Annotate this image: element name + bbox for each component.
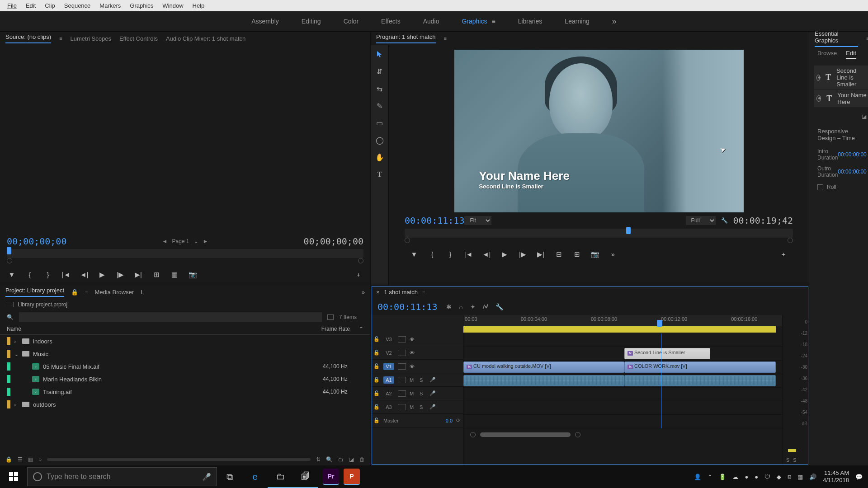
search-icon[interactable]: 🔍 [7, 314, 14, 320]
project-search-input[interactable] [19, 312, 322, 322]
security-icon[interactable]: 🛡 [764, 474, 770, 480]
mic-icon[interactable]: 🎤 [202, 473, 211, 481]
add-marker-tl-icon[interactable]: ✦ [470, 303, 476, 310]
menu-edit[interactable]: Edit [22, 1, 39, 10]
new-bin-icon[interactable]: 🗀 [338, 456, 344, 463]
track-eye-icon[interactable]: 👁 [410, 337, 418, 342]
export-frame-icon[interactable]: 📷 [188, 270, 198, 280]
record-icon[interactable]: 🎤 [429, 377, 436, 383]
p-overflow-icon[interactable]: » [608, 249, 618, 259]
program-monitor-frame[interactable]: Your Name Here Second Line is Smaller [454, 50, 744, 212]
ws-audio[interactable]: Audio [423, 18, 439, 25]
tab-sequence[interactable]: 1 shot match [384, 289, 418, 296]
track-header-a2[interactable]: 🔓A2MS🎤 [371, 387, 463, 400]
track-a2[interactable] [463, 388, 782, 401]
column-name[interactable]: Name [7, 326, 309, 332]
timeline-zoom-scroller[interactable] [480, 432, 571, 437]
track-target-icon[interactable] [398, 404, 406, 410]
p-extract-icon[interactable]: ⊞ [572, 249, 582, 259]
tray-chevron-icon[interactable]: ⌃ [708, 474, 712, 480]
track-label[interactable]: V2 [383, 349, 394, 357]
seq-close-icon[interactable]: × [376, 289, 380, 296]
source-zoom-handle-right[interactable] [358, 258, 363, 263]
step-back-icon[interactable]: ◄| [79, 270, 89, 280]
dropbox-icon[interactable]: ⧈ [788, 473, 791, 480]
tray-app-4-icon[interactable]: ▦ [797, 474, 803, 480]
project-row[interactable]: ›indoors [0, 335, 370, 347]
task-view-icon[interactable]: ⧉ [217, 465, 242, 488]
track-a1[interactable] [463, 374, 782, 388]
tray-app-1-icon[interactable]: ● [745, 474, 748, 480]
timeline-ruler[interactable]: :00:00 00:00:04:00 00:00:08:00 00:00:12:… [463, 315, 782, 326]
page-label[interactable]: Page 1 [172, 238, 189, 244]
track-lock-icon[interactable]: 🔓 [373, 363, 380, 369]
track-eye-icon[interactable]: 👁 [410, 350, 418, 356]
clip-audio-2[interactable] [624, 375, 776, 386]
taskbar-clock[interactable]: 11:45 AM 4/11/2018 [823, 469, 849, 483]
filter-bin-icon[interactable] [327, 314, 334, 320]
column-sort-icon[interactable]: ⌃ [359, 326, 363, 332]
intro-duration-value[interactable]: 00:00:00:00 [838, 151, 866, 158]
p-goto-out-icon[interactable]: ▶| [536, 249, 546, 259]
source-scrubber[interactable] [7, 249, 363, 258]
mark-in-icon[interactable]: { [25, 270, 35, 280]
step-fwd-icon[interactable]: |▶ [115, 270, 125, 280]
timeline-tab-menu-icon[interactable]: ≡ [422, 289, 425, 295]
add-button-icon[interactable]: + [354, 270, 363, 280]
menu-sequence[interactable]: Sequence [61, 1, 94, 10]
meter-solo-right[interactable]: S [793, 457, 796, 463]
selection-tool-icon[interactable] [374, 49, 385, 60]
loop-icon[interactable]: ⟳ [456, 418, 460, 423]
source-tab-menu-icon[interactable]: ≡ [59, 36, 62, 41]
track-v3[interactable] [463, 333, 782, 347]
track-target-icon[interactable] [398, 377, 406, 383]
goto-out-icon[interactable]: ▶| [133, 270, 143, 280]
new-item-icon[interactable]: ◪ [349, 456, 354, 463]
solo-icon[interactable]: S [420, 404, 426, 410]
tl-zoom-in-icon[interactable] [575, 432, 580, 437]
mark-out-icon[interactable]: } [43, 270, 53, 280]
rectangle-tool-icon[interactable]: ▭ [374, 117, 385, 128]
tab-source[interactable]: Source: (no clips) [5, 33, 51, 43]
record-icon[interactable]: 🎤 [429, 390, 436, 396]
ws-assembly[interactable]: Assembly [251, 18, 279, 25]
explorer-icon[interactable]: 🗀 [268, 465, 293, 488]
type-tool-icon[interactable]: T [374, 169, 385, 180]
tab-project[interactable]: Project: Library project [5, 287, 64, 297]
visibility-eye-icon[interactable] [816, 95, 821, 102]
p-mark-out-icon[interactable]: } [445, 249, 455, 259]
find-icon[interactable]: 🔍 [326, 456, 333, 463]
project-row[interactable]: ♪Marin Headlands Bikin44,100 Hz [0, 373, 370, 385]
track-lock-icon[interactable]: 🔓 [373, 336, 380, 342]
volume-icon[interactable]: 🔊 [809, 474, 816, 480]
start-button[interactable] [0, 465, 27, 488]
p-step-back-icon[interactable]: ◄| [481, 249, 491, 259]
track-header-v1[interactable]: 🔓V1👁 [371, 360, 463, 373]
visibility-eye-icon[interactable] [816, 75, 820, 81]
p-add-marker-icon[interactable]: ▼ [409, 249, 419, 259]
source-timecode-left[interactable]: 00;00;00;00 [7, 236, 66, 247]
project-row[interactable]: ›outdoors [0, 398, 370, 411]
app-icon-1[interactable]: 🗐 [293, 465, 318, 488]
premiere-icon[interactable]: Pr [323, 469, 339, 485]
disclosure-chevron-icon[interactable]: ⌄ [14, 351, 19, 357]
track-lock-icon[interactable]: 🔓 [373, 390, 380, 396]
ws-overflow-icon[interactable]: » [612, 17, 617, 26]
roll-checkbox[interactable] [817, 184, 823, 190]
p-export-frame-icon[interactable]: 📷 [590, 249, 600, 259]
tl-zoom-out-icon[interactable] [470, 432, 476, 437]
track-header-a3[interactable]: 🔓A3MS🎤 [371, 400, 463, 414]
project-row[interactable]: ♪Training.aif44,100 Hz [0, 385, 370, 398]
ws-color[interactable]: Color [344, 18, 359, 25]
track-master[interactable] [463, 415, 782, 428]
eg-tab-edit[interactable]: Edit [846, 50, 856, 59]
snap-icon[interactable]: ✱ [446, 303, 452, 310]
clip-video-2[interactable]: fxCOLOR WORK.mov [V] [624, 361, 776, 373]
track-label[interactable]: A2 [383, 390, 394, 397]
track-header-v2[interactable]: 🔓V2👁 [371, 346, 463, 360]
tab-effect-controls[interactable]: Effect Controls [119, 35, 158, 42]
pen-tool-icon[interactable]: ✎ [374, 100, 385, 111]
p-step-fwd-icon[interactable]: |▶ [518, 249, 528, 259]
outro-duration-value[interactable]: 00:00:00:00 [838, 169, 866, 175]
ws-libraries[interactable]: Libraries [518, 18, 542, 25]
